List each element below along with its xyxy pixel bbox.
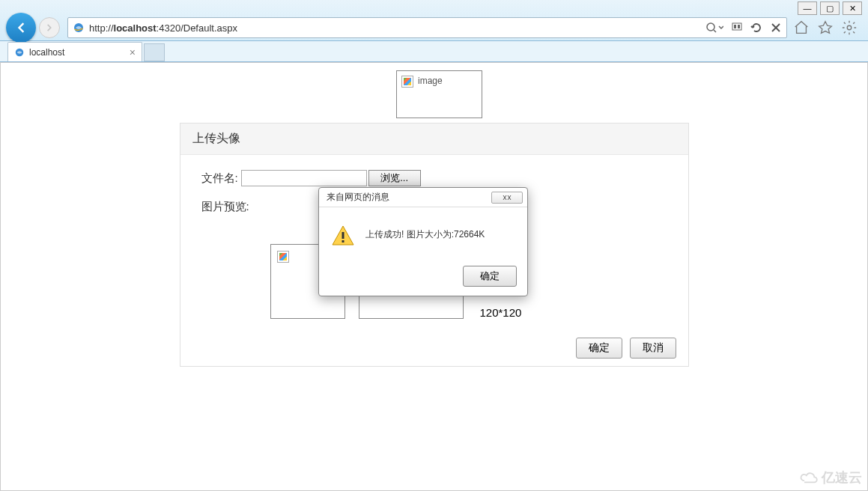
tab-close-icon[interactable]: × bbox=[130, 46, 136, 58]
svg-point-1 bbox=[707, 23, 714, 31]
alert-body: 上传成功! 图片大小为:72664K bbox=[319, 207, 527, 260]
address-bar[interactable]: http://localhost:4320/Default.aspx bbox=[67, 17, 787, 38]
close-icon bbox=[502, 195, 512, 201]
watermark: 亿速云 bbox=[799, 469, 862, 487]
refresh-icon[interactable] bbox=[750, 22, 762, 34]
file-row: 文件名: 浏览... bbox=[201, 170, 667, 186]
ie-icon bbox=[73, 22, 85, 34]
forward-button[interactable] bbox=[39, 17, 60, 38]
favorites-icon[interactable] bbox=[817, 19, 834, 36]
svg-rect-14 bbox=[342, 232, 345, 239]
top-image-label: image bbox=[418, 76, 443, 86]
file-input[interactable] bbox=[241, 170, 367, 186]
alert-titlebar: 来自网页的消息 bbox=[319, 188, 527, 207]
alert-message: 上传成功! 图片大小为:72664K bbox=[365, 224, 485, 241]
new-tab-button[interactable] bbox=[144, 43, 165, 61]
url-text: http://localhost:4320/Default.aspx bbox=[89, 22, 705, 34]
search-dropdown-icon[interactable] bbox=[705, 22, 723, 34]
settings-icon[interactable] bbox=[841, 19, 858, 36]
size-label: 120*120 bbox=[480, 306, 522, 319]
ok-button[interactable]: 确定 bbox=[576, 338, 622, 359]
ie-icon bbox=[14, 47, 25, 58]
browser-toolbar: http://localhost:4320/Default.aspx bbox=[0, 0, 868, 41]
svg-rect-5 bbox=[738, 25, 740, 28]
svg-point-8 bbox=[847, 25, 852, 30]
svg-rect-15 bbox=[342, 240, 345, 243]
tabs-bar: localhost × bbox=[0, 41, 868, 62]
broken-image-icon bbox=[277, 251, 289, 263]
url-path: :4320/Default.aspx bbox=[157, 22, 237, 34]
url-prefix: http:// bbox=[89, 22, 114, 34]
cancel-button[interactable]: 取消 bbox=[630, 338, 676, 359]
svg-line-2 bbox=[714, 30, 716, 32]
home-icon[interactable] bbox=[793, 19, 810, 36]
top-image-box: image bbox=[396, 70, 482, 118]
alert-footer: 确定 bbox=[319, 260, 527, 296]
panel-footer: 确定 取消 bbox=[180, 329, 688, 366]
stop-icon[interactable] bbox=[770, 22, 782, 34]
alert-ok-button[interactable]: 确定 bbox=[463, 266, 517, 287]
alert-dialog: 来自网页的消息 上传成功! 图片大小为:72664K 确定 bbox=[318, 187, 528, 296]
close-window-button[interactable]: ✕ bbox=[843, 1, 862, 15]
broken-image-icon bbox=[401, 76, 413, 88]
compatibility-icon[interactable] bbox=[731, 22, 743, 34]
tab-localhost[interactable]: localhost × bbox=[7, 42, 142, 61]
warning-icon bbox=[331, 224, 355, 248]
arrow-left-icon bbox=[13, 20, 28, 35]
alert-close-button[interactable] bbox=[491, 192, 523, 204]
back-button[interactable] bbox=[6, 13, 36, 43]
preview-label: 图片预览: bbox=[201, 200, 249, 214]
panel-title: 上传头像 bbox=[180, 123, 688, 155]
address-bar-actions bbox=[705, 22, 782, 34]
watermark-text: 亿速云 bbox=[822, 469, 862, 487]
arrow-right-icon bbox=[44, 22, 55, 33]
url-host: localhost bbox=[114, 22, 157, 34]
window-controls: — ▢ ✕ bbox=[798, 1, 862, 15]
svg-rect-4 bbox=[734, 25, 736, 28]
browse-button[interactable]: 浏览... bbox=[368, 170, 421, 186]
cloud-icon bbox=[799, 470, 820, 485]
maximize-button[interactable]: ▢ bbox=[820, 1, 840, 15]
alert-title: 来自网页的消息 bbox=[327, 191, 389, 204]
minimize-button[interactable]: — bbox=[798, 1, 817, 15]
svg-rect-3 bbox=[732, 23, 741, 30]
tab-title: localhost bbox=[29, 47, 130, 58]
file-label: 文件名: bbox=[201, 171, 238, 186]
chrome-actions bbox=[793, 19, 868, 36]
